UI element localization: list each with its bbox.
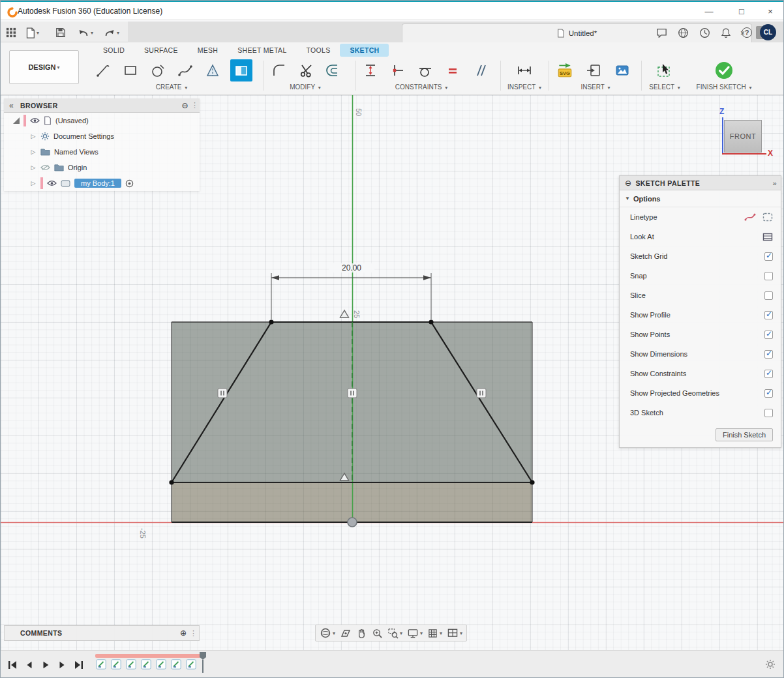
timeline-marker[interactable] <box>198 652 207 673</box>
save-button[interactable] <box>55 25 66 40</box>
show-constraints-checkbox[interactable] <box>764 370 773 378</box>
disclosure-icon[interactable]: ▷ <box>30 149 37 155</box>
timeline-skip-end-button[interactable] <box>74 660 84 670</box>
circle-tool-button[interactable] <box>147 59 169 81</box>
disclosure-icon[interactable]: ▷ <box>30 133 37 140</box>
timeline-feature-sketch-icon[interactable] <box>96 659 106 670</box>
construction-linetype-icon[interactable] <box>762 213 773 222</box>
slice-checkbox[interactable] <box>764 291 773 300</box>
comments-bar[interactable]: COMMENTS ⊕ ⋮ <box>4 625 200 641</box>
dimension-value[interactable]: 20.00 <box>329 263 374 273</box>
minimize-button[interactable]: — <box>696 2 722 20</box>
timeline-play-button[interactable] <box>41 660 50 670</box>
timeline-feature-sketch-icon[interactable] <box>156 659 166 670</box>
inspect-group-label[interactable]: INSPECT ▾ <box>507 83 541 91</box>
timeline-feature-sketch-icon[interactable] <box>126 659 136 670</box>
sketch-dimension-button[interactable] <box>359 59 382 81</box>
grid-and-snaps-button[interactable]: ▾ <box>427 628 442 639</box>
comments-grip-icon[interactable]: ⋮ <box>190 629 196 638</box>
insert-svg-button[interactable]: SVG <box>554 59 576 81</box>
timeline-step-back-button[interactable] <box>25 660 34 670</box>
browser-row-body[interactable]: ▷ my Body:1 <box>4 175 200 191</box>
line-tool-button[interactable] <box>92 59 114 81</box>
mirror-tool-button[interactable] <box>202 59 224 81</box>
spline-tool-button[interactable] <box>174 59 196 81</box>
add-comment-icon[interactable]: ⊕ <box>180 628 187 638</box>
sketch-grid-checkbox[interactable] <box>764 252 773 261</box>
finish-sketch-palette-button[interactable]: Finish Sketch <box>716 428 773 441</box>
file-menu-button[interactable]: ▾ <box>25 25 39 40</box>
select-tool-button[interactable] <box>653 59 675 81</box>
window-close-button[interactable]: × <box>757 2 783 20</box>
insert-derive-button[interactable] <box>582 59 605 81</box>
workspace-selector[interactable]: DESIGN ▾ <box>9 50 79 84</box>
select-group-label[interactable]: SELECT ▾ <box>649 83 680 91</box>
timeline-feature-sketch-icon[interactable] <box>186 659 196 670</box>
maximize-button[interactable]: □ <box>729 2 755 20</box>
viewports-button[interactable]: ▾ <box>447 628 462 638</box>
insert-canvas-image-button[interactable] <box>611 59 633 81</box>
redo-button[interactable]: ▾ <box>104 25 119 40</box>
timeline-step-forward-button[interactable] <box>57 660 67 670</box>
disclosure-icon[interactable]: ▷ <box>30 164 37 171</box>
constraints-group-label[interactable]: CONSTRAINTS ▾ <box>395 83 447 91</box>
tab-mesh[interactable]: MESH <box>188 44 228 57</box>
snap-checkbox[interactable] <box>764 272 773 280</box>
equal-constraint-button[interactable] <box>442 59 464 81</box>
model-canvas[interactable]: 20.00 50 25 -25 Z FRONT X « BROWSER ⊖ ⋮ … <box>1 95 784 650</box>
help-icon[interactable]: ? <box>740 26 754 39</box>
sketch-linetype-icon[interactable] <box>744 213 756 222</box>
body-item-label[interactable]: my Body:1 <box>74 179 121 188</box>
visibility-off-eye-icon[interactable] <box>40 164 50 171</box>
fillet-tool-button[interactable] <box>268 59 290 81</box>
disclosure-icon[interactable]: ▷ <box>30 180 37 186</box>
activate-radio-icon[interactable] <box>125 179 134 188</box>
sketch-palette-header[interactable]: ⊖ SKETCH PALETTE » <box>620 176 781 190</box>
options-section-header[interactable]: ▼ Options <box>620 190 781 207</box>
browser-header[interactable]: « BROWSER ⊖ ⋮ <box>4 98 200 113</box>
parallel-constraint-button[interactable] <box>469 59 491 81</box>
browser-remove-icon[interactable]: ⊖ <box>182 101 188 110</box>
comment-icon[interactable] <box>654 26 669 39</box>
app-grid-icon[interactable] <box>6 25 16 40</box>
orbit-button[interactable]: ▾ <box>320 627 335 639</box>
show-dimensions-checkbox[interactable] <box>764 350 773 359</box>
timeline-feature-sketch-icon[interactable] <box>111 659 121 670</box>
extensions-globe-icon[interactable] <box>676 26 690 39</box>
offset-tool-button[interactable] <box>323 59 345 81</box>
timeline-feature-sketch-icon[interactable] <box>171 659 181 670</box>
browser-row-named-views[interactable]: ▷ Named Views <box>4 144 200 160</box>
visibility-eye-icon[interactable] <box>30 117 40 124</box>
tab-tools[interactable]: TOOLS <box>297 44 340 57</box>
palette-expand-icon[interactable]: » <box>772 179 777 187</box>
browser-row-document-settings[interactable]: ▷ Document Settings <box>4 128 200 144</box>
tab-solid[interactable]: SOLID <box>93 44 134 57</box>
show-points-checkbox[interactable] <box>764 331 773 339</box>
tab-sketch[interactable]: SKETCH <box>340 44 389 57</box>
rectangle-tool-button[interactable] <box>119 59 142 81</box>
active-rectangle-tool-button[interactable] <box>230 59 252 81</box>
tab-surface[interactable]: SURFACE <box>134 44 188 57</box>
modify-group-label[interactable]: MODIFY ▾ <box>290 83 321 91</box>
job-status-clock-icon[interactable] <box>697 26 712 39</box>
browser-row-origin[interactable]: ▷ Origin <box>4 160 200 175</box>
show-projected-checkbox[interactable] <box>764 389 773 398</box>
timeline-skip-start-button[interactable] <box>7 660 18 670</box>
look-at-button[interactable] <box>340 628 352 638</box>
trim-scissors-button[interactable] <box>295 59 318 81</box>
create-group-label[interactable]: CREATE ▾ <box>156 83 188 91</box>
palette-remove-icon[interactable]: ⊖ <box>625 179 631 188</box>
visibility-eye-icon[interactable] <box>47 180 57 186</box>
browser-collapse-icon[interactable]: « <box>9 101 14 110</box>
tangent-constraint-button[interactable] <box>414 59 436 81</box>
insert-group-label[interactable]: INSERT ▾ <box>580 83 610 91</box>
timeline-feature-sketch-icon[interactable] <box>141 659 151 670</box>
notifications-bell-icon[interactable] <box>719 26 733 39</box>
viewcube[interactable]: FRONT <box>724 120 762 153</box>
look-at-icon[interactable] <box>762 233 773 241</box>
finish-sketch-check-icon[interactable] <box>713 59 735 81</box>
undo-button[interactable]: ▾ <box>78 25 93 40</box>
browser-grip-icon[interactable]: ⋮ <box>191 101 197 110</box>
3d-sketch-checkbox[interactable] <box>764 409 773 417</box>
show-profile-checkbox[interactable] <box>764 311 773 319</box>
